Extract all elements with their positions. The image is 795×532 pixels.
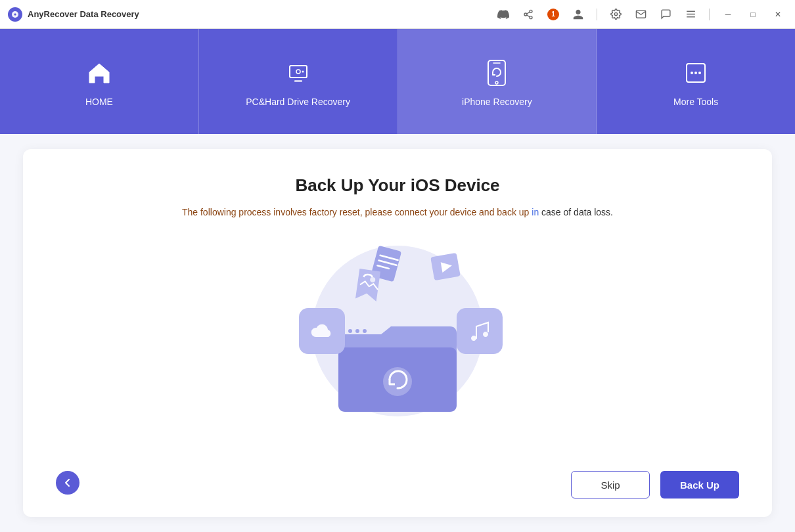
nav-item-iphone-recovery[interactable]: iPhone Recovery bbox=[398, 29, 597, 134]
pc-drive-icon bbox=[281, 56, 315, 90]
main-content: Back Up Your iOS Device The following pr… bbox=[0, 134, 795, 532]
skip-button[interactable]: Skip bbox=[571, 471, 650, 499]
svg-point-1 bbox=[530, 10, 532, 12]
svg-line-5 bbox=[527, 12, 530, 14]
restore-button[interactable]: □ bbox=[744, 5, 762, 24]
svg-line-4 bbox=[527, 15, 530, 17]
svg-rect-10 bbox=[290, 66, 307, 78]
cloud-card bbox=[299, 308, 345, 354]
win-divider bbox=[709, 9, 710, 20]
nav-more-label: More Tools bbox=[673, 97, 718, 107]
nav-item-pc-recovery[interactable]: PC&Hard Drive Recovery bbox=[199, 29, 398, 134]
back-button[interactable] bbox=[56, 471, 80, 495]
settings-icon[interactable] bbox=[606, 5, 625, 24]
svg-point-21 bbox=[698, 72, 701, 74]
desc-prefix: The following process involves factory r… bbox=[182, 207, 532, 217]
desc-suffix: case of data loss. bbox=[539, 207, 613, 217]
app-title: AnyRecover Data Recovery bbox=[28, 9, 139, 19]
nav-pc-label: PC&Hard Drive Recovery bbox=[246, 97, 350, 107]
nav-item-home[interactable]: HOME bbox=[0, 29, 199, 134]
svg-point-6 bbox=[614, 12, 617, 15]
home-icon bbox=[82, 56, 116, 90]
notification-icon[interactable]: 1 bbox=[544, 5, 562, 24]
nav-bar: HOME PC&Hard Drive Recovery bbox=[0, 29, 795, 134]
svg-point-3 bbox=[530, 16, 532, 18]
account-icon[interactable] bbox=[569, 5, 587, 24]
nav-iphone-label: iPhone Recovery bbox=[462, 97, 532, 107]
svg-rect-13 bbox=[294, 80, 302, 82]
discord-icon[interactable] bbox=[494, 5, 512, 24]
divider bbox=[597, 9, 597, 20]
more-tools-icon bbox=[679, 56, 713, 90]
svg-point-14 bbox=[302, 71, 304, 73]
mail-icon[interactable] bbox=[631, 5, 650, 24]
illustration bbox=[286, 233, 509, 430]
svg-point-17 bbox=[495, 81, 498, 84]
nav-item-more-tools[interactable]: More Tools bbox=[597, 29, 795, 134]
desc-highlight: in bbox=[532, 207, 539, 217]
svg-point-19 bbox=[691, 72, 693, 74]
minimize-button[interactable]: ─ bbox=[719, 5, 737, 24]
title-bar-right: 1 bbox=[494, 5, 787, 24]
svg-point-20 bbox=[694, 72, 697, 74]
page-title: Back Up Your iOS Device bbox=[295, 175, 499, 196]
chat-icon[interactable] bbox=[656, 5, 675, 24]
backup-button[interactable]: Back Up bbox=[660, 471, 739, 499]
close-button[interactable]: ✕ bbox=[769, 5, 787, 24]
music-card bbox=[457, 308, 503, 354]
content-card: Back Up Your iOS Device The following pr… bbox=[23, 149, 772, 517]
svg-point-2 bbox=[524, 13, 527, 16]
title-bar: AnyRecover Data Recovery 1 bbox=[0, 0, 795, 29]
badge-count: 1 bbox=[547, 9, 559, 20]
menu-icon[interactable] bbox=[681, 5, 700, 24]
share-icon[interactable] bbox=[519, 5, 537, 24]
title-bar-left: AnyRecover Data Recovery bbox=[8, 7, 139, 22]
bottom-actions: Skip Back Up bbox=[571, 471, 739, 499]
svg-point-11 bbox=[296, 70, 300, 74]
nav-home-label: HOME bbox=[85, 97, 113, 107]
iphone-icon bbox=[480, 56, 514, 90]
app-logo bbox=[8, 7, 22, 22]
page-description: The following process involves factory r… bbox=[182, 205, 613, 219]
